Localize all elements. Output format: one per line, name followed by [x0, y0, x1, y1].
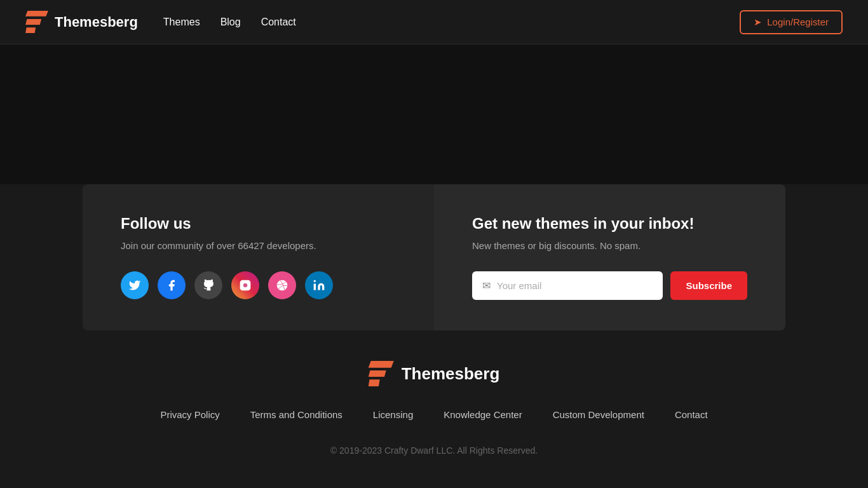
- main-content: [0, 44, 868, 184]
- github-icon[interactable]: [194, 271, 222, 299]
- follow-title: Follow us: [121, 215, 396, 233]
- footer-logo-icon: [369, 361, 394, 386]
- follow-card: Follow us Join our community of over 664…: [83, 184, 434, 330]
- header-left: Themesberg Themes Blog Contact: [25, 11, 296, 34]
- dribbble-icon[interactable]: [268, 271, 296, 299]
- social-icons: [121, 271, 396, 299]
- login-register-button[interactable]: ➤ Login/Register: [740, 10, 843, 34]
- footer-cards: Follow us Join our community of over 664…: [83, 184, 785, 330]
- follow-subtitle: Join our community of over 66427 develop…: [121, 240, 396, 251]
- main-nav: Themes Blog Contact: [163, 17, 296, 28]
- email-input[interactable]: [497, 271, 653, 300]
- footer-link-licensing[interactable]: Licensing: [373, 409, 413, 420]
- email-input-wrapper: ✉: [472, 271, 663, 300]
- facebook-icon[interactable]: [158, 271, 186, 299]
- email-icon: ✉: [482, 280, 491, 292]
- footer-link-privacy[interactable]: Privacy Policy: [160, 409, 219, 420]
- subscribe-button[interactable]: Subscribe: [670, 271, 747, 300]
- newsletter-subtitle: New themes or big discounts. No spam.: [472, 240, 747, 251]
- logo[interactable]: Themesberg: [25, 11, 138, 34]
- newsletter-card: Get new themes in your inbox! New themes…: [434, 184, 785, 330]
- instagram-icon[interactable]: [231, 271, 259, 299]
- nav-blog[interactable]: Blog: [220, 17, 241, 28]
- footer-link-terms[interactable]: Terms and Conditions: [250, 409, 342, 420]
- footer-copyright: © 2019-2023 Crafty Dwarf LLC. All Rights…: [83, 445, 785, 456]
- footer-logo-text: Themesberg: [402, 364, 500, 384]
- linkedin-icon[interactable]: [305, 271, 333, 299]
- footer-bottom: Themesberg Privacy Policy Terms and Cond…: [83, 330, 785, 468]
- site-header: Themesberg Themes Blog Contact ➤ Login/R…: [0, 0, 868, 44]
- nav-contact[interactable]: Contact: [261, 17, 296, 28]
- footer-links: Privacy Policy Terms and Conditions Lice…: [83, 409, 785, 420]
- footer-link-contact[interactable]: Contact: [675, 409, 708, 420]
- newsletter-title: Get new themes in your inbox!: [472, 215, 747, 233]
- logo-icon: [25, 11, 48, 34]
- login-icon: ➤: [754, 17, 762, 28]
- logo-text: Themesberg: [55, 14, 138, 30]
- footer-logo: Themesberg: [83, 361, 785, 386]
- svg-point-3: [314, 280, 316, 282]
- footer-link-knowledge[interactable]: Knowledge Center: [444, 409, 522, 420]
- nav-themes[interactable]: Themes: [163, 17, 200, 28]
- twitter-icon[interactable]: [121, 271, 149, 299]
- footer-section: Follow us Join our community of over 664…: [0, 184, 868, 468]
- footer-link-custom-dev[interactable]: Custom Development: [553, 409, 644, 420]
- email-form: ✉ Subscribe: [472, 271, 747, 300]
